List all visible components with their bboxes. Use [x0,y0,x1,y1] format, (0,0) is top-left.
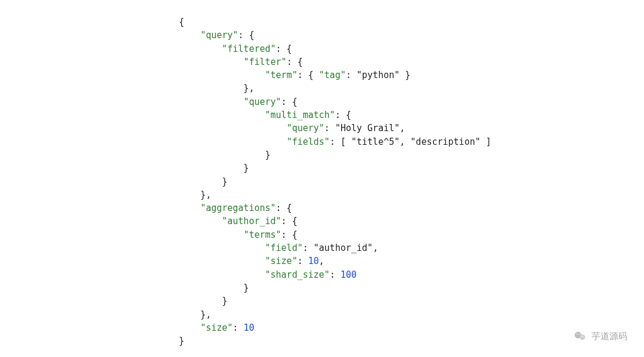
string-python: "python" [357,70,400,80]
key-terms: "terms" [243,229,281,240]
json-code-block: { "query": { "filtered": { "filter": { "… [179,15,491,347]
key-fields: "fields" [287,136,330,147]
key-field: "field" [265,243,303,253]
svg-point-5 [583,336,583,337]
wechat-icon [574,330,587,343]
key-term: "term" [265,70,298,80]
key-shard-size: "shard_size" [265,269,330,280]
watermark-text: 芋道源码 [592,331,627,342]
key-filter: "filter" [243,57,286,67]
key-tag: "tag" [319,70,346,80]
string-title5: "title^5" [351,136,400,147]
number-100: 100 [340,269,357,280]
number-10-b: 10 [243,322,254,333]
key-query-mm: "query" [287,123,324,134]
string-author-id: "author_id" [314,243,373,253]
key-query-inner: "query" [243,97,281,107]
svg-point-3 [578,334,580,335]
key-author-id: "author_id" [222,216,281,226]
key-aggregations: "aggregations" [200,203,275,213]
string-holy-grail: "Holy Grail" [335,123,400,134]
svg-point-4 [581,336,582,337]
key-size-outer: "size" [200,322,233,333]
key-size-inner: "size" [265,256,298,266]
key-filtered: "filtered" [222,44,275,54]
svg-point-2 [577,334,578,335]
key-query: "query" [200,30,238,41]
svg-point-1 [580,334,585,340]
string-description: "description" [410,136,480,147]
watermark: 芋道源码 [574,330,627,343]
number-10-a: 10 [308,256,319,266]
key-multi-match: "multi_match" [265,110,335,120]
